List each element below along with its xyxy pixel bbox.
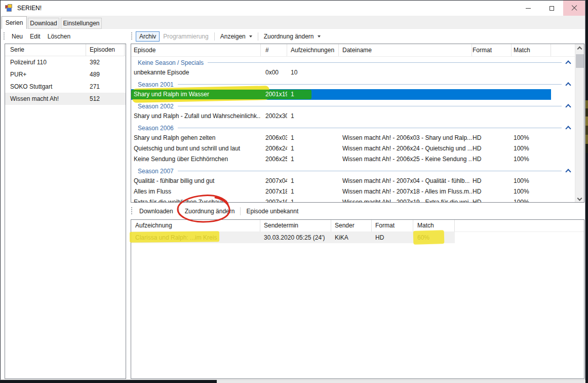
episode-title: Shary und Ralph - Zufall und Wahrscheinl… (131, 111, 261, 122)
maximize-button[interactable] (540, 1, 563, 16)
episode-row[interactable]: Alles im Fluss2007x181Wissen macht Ah! -… (131, 186, 575, 197)
episode-number: 2002x30 (261, 111, 287, 122)
episode-number: 2007x18 (261, 186, 287, 197)
tab-download[interactable]: Download (28, 18, 59, 29)
series-row[interactable]: Polizeiruf 110392 (5, 56, 126, 68)
desktop-background-strip (585, 0, 588, 383)
episode-row[interactable]: Shary und Ralph im Wasser2001x191 (131, 89, 575, 100)
recording-count: 1 (287, 143, 339, 154)
match-value (512, 67, 551, 78)
file-name (339, 89, 472, 100)
vertical-scrollbar[interactable] (575, 44, 584, 202)
collapse-group-icon[interactable] (565, 126, 571, 131)
tab-serien[interactable]: Serien (2, 16, 27, 29)
scroll-down-icon[interactable] (577, 196, 582, 201)
collapse-group-icon[interactable] (565, 169, 571, 174)
recording-count: 1 (287, 154, 339, 165)
file-name: Wissen macht Ah! - 2006x25 - Keine Sendu… (339, 154, 472, 165)
recording-count: 1 (287, 89, 339, 100)
desktop-background-strip (217, 380, 585, 383)
tab-einstellungen[interactable]: Einstellungen (61, 18, 102, 29)
toolbar-grip-icon[interactable] (131, 32, 132, 41)
column-header-aufzeichnung[interactable]: Aufzeichnung (131, 220, 260, 232)
column-header-format[interactable]: Format (472, 44, 512, 56)
season-group-label: Season 2006 (138, 125, 174, 132)
format-value (472, 111, 512, 122)
column-header-number[interactable]: # (261, 44, 287, 56)
season-group-line (178, 171, 562, 171)
scroll-up-icon[interactable] (577, 47, 582, 52)
column-header-serie[interactable]: Serie (5, 44, 86, 56)
season-group-header[interactable]: Season 2002 (131, 101, 575, 111)
series-toolbar: Neu Edit Löschen (2, 30, 74, 43)
episode-row[interactable]: Quietschig und bunt und schrill und laut… (131, 143, 575, 154)
match-value: 100% (512, 143, 551, 154)
series-episode-count: 489 (86, 68, 125, 81)
minimize-button[interactable] (517, 1, 540, 16)
series-name: SOKO Stuttgart (5, 81, 86, 93)
episode-number: 2007x19 (261, 197, 287, 202)
zuordnung-aendern-button[interactable]: Zuordnung ändern (181, 206, 239, 216)
column-header-aufzeichnungen[interactable]: Aufzeichnungen (287, 44, 339, 56)
column-header-match[interactable]: Match (512, 44, 551, 56)
episode-title: Shary und Ralph im Wasser (131, 89, 261, 100)
episode-unbekannt-button[interactable]: Episode unbekannt (243, 206, 302, 216)
series-row[interactable]: Wissen macht Ah!512 (5, 93, 126, 105)
anzeigen-dropdown-button[interactable]: Anzeigen (217, 31, 256, 42)
series-name: PUR+ (5, 68, 86, 81)
season-group-line (178, 128, 562, 128)
column-header-dateiname[interactable]: Dateiname (339, 44, 472, 56)
season-group-label: Season 2001 (138, 81, 174, 88)
collapse-group-icon[interactable] (565, 60, 571, 66)
column-header-episoden[interactable]: Episoden (86, 44, 125, 56)
episode-row[interactable]: Extra für die weiblichen Zuschauer2007x1… (131, 197, 575, 202)
app-icon (5, 4, 13, 12)
neu-button[interactable]: Neu (8, 31, 26, 42)
column-header-format[interactable]: Format (372, 220, 413, 232)
column-header-match[interactable]: Match (413, 220, 455, 232)
programmierung-button[interactable]: Programmierung (160, 31, 212, 42)
series-name: Polizeiruf 110 (5, 56, 86, 68)
episode-row[interactable]: Keine Sendung über Eichhörnchen2006x251W… (131, 154, 575, 165)
episode-row[interactable]: Qualität - fühlbar billig und gut2007x04… (131, 176, 575, 186)
recording-row[interactable]: Clarissa und Ralph: ...im Kreis30.03.202… (131, 232, 584, 243)
edit-button[interactable]: Edit (26, 31, 44, 42)
column-header-sender[interactable]: Sender (331, 220, 372, 232)
series-row[interactable]: SOKO Stuttgart271 (5, 81, 126, 93)
recording-count: 1 (287, 133, 339, 143)
toolbar-grip-icon[interactable] (131, 207, 132, 215)
match-value: 100% (512, 133, 551, 143)
series-row[interactable]: PUR+489 (5, 68, 126, 81)
loeschen-button[interactable]: Löschen (44, 31, 74, 42)
anzeigen-label: Anzeigen (220, 33, 246, 40)
episode-number: 2006x03 (261, 133, 287, 143)
collapse-group-icon[interactable] (565, 82, 571, 88)
season-group-header[interactable]: Keine Season / Specials (131, 58, 575, 67)
season-group-header[interactable]: Season 2006 (131, 123, 575, 133)
titlebar[interactable]: SERIEN! (1, 1, 585, 16)
toolbar-separator (240, 207, 241, 215)
season-group-header[interactable]: Season 2007 (131, 166, 575, 176)
column-header-sendetermin[interactable]: Sendetermin (260, 220, 331, 232)
episode-row[interactable]: unbekannte Episode0x0010 (131, 67, 575, 78)
format-value: HD (472, 154, 512, 165)
collapse-group-icon[interactable] (565, 104, 571, 109)
column-header-filler (551, 44, 575, 56)
close-button[interactable] (563, 1, 585, 16)
file-name (339, 111, 472, 122)
minimize-icon (526, 8, 531, 9)
zuordnung-aendern-dropdown-button[interactable]: Zuordnung ändern (260, 31, 324, 42)
archiv-toggle-button[interactable]: Archiv (136, 31, 160, 42)
toolbar-grip-icon[interactable] (4, 32, 5, 41)
tab-strip: Serien Download Einstellungen (1, 16, 585, 29)
match-value: 100% (512, 186, 551, 197)
season-group-label: Season 2002 (138, 103, 174, 110)
scrollbar-thumb[interactable] (576, 54, 584, 68)
episode-title: Alles im Fluss (131, 186, 261, 197)
chevron-down-icon (318, 35, 321, 37)
episode-row[interactable]: Shary und Ralph - Zufall und Wahrscheinl… (131, 111, 575, 122)
episode-row[interactable]: Shary und Ralph gehen zelten2006x031Wiss… (131, 133, 575, 143)
downloaden-button[interactable]: Downloaden (136, 206, 177, 216)
recording-count: 1 (287, 197, 339, 202)
column-header-episode[interactable]: Episode (131, 44, 261, 56)
